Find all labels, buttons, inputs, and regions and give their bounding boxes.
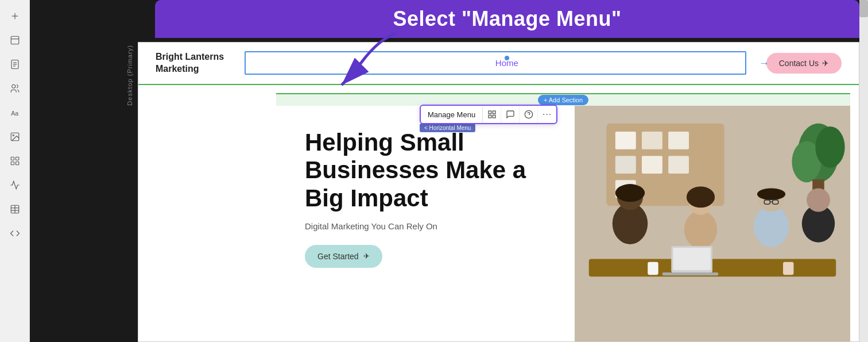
more-options-btn[interactable]: ···: [538, 106, 556, 123]
add-section-button[interactable]: + Add Section: [538, 95, 588, 105]
svg-rect-57: [648, 262, 658, 275]
grid-icon-btn[interactable]: [483, 106, 501, 123]
image-icon[interactable]: [5, 126, 25, 147]
svg-rect-30: [642, 132, 662, 149]
svg-rect-29: [615, 132, 636, 149]
hero-image: [575, 106, 850, 341]
arrow-icon: ✈: [363, 252, 370, 260]
svg-rect-32: [615, 156, 636, 174]
nav-arrow-right-icon: →: [759, 57, 769, 69]
apps-icon[interactable]: [5, 151, 25, 171]
svg-rect-12: [11, 157, 14, 160]
users-icon[interactable]: [5, 78, 25, 99]
svg-point-8: [11, 84, 15, 88]
svg-rect-34: [668, 156, 689, 174]
svg-rect-23: [493, 115, 495, 118]
marketing-icon[interactable]: [5, 175, 25, 195]
svg-point-43: [684, 210, 717, 248]
table-icon[interactable]: [5, 199, 25, 220]
svg-rect-55: [673, 248, 711, 270]
layers-icon[interactable]: [5, 30, 25, 51]
hero-left: Helping Small Businesses Make a Big Impa…: [276, 106, 575, 341]
code-icon[interactable]: [5, 223, 25, 244]
font-icon[interactable]: Aa: [5, 102, 25, 123]
hero-subtitle: Digital Marketing You Can Rely On: [305, 221, 557, 231]
banner-title: Select "Manage Menu": [166, 7, 848, 31]
svg-rect-15: [16, 162, 18, 165]
svg-point-53: [807, 189, 830, 212]
horizontal-menu-label: < Horizontal Menu: [420, 124, 475, 132]
svg-rect-56: [662, 272, 718, 275]
svg-rect-21: [493, 111, 495, 114]
hero-section: Helping Small Businesses Make a Big Impa…: [276, 106, 850, 341]
website-frame: Bright Lanterns Marketing Home → Contact…: [138, 42, 859, 342]
scrollbar-thumb[interactable]: [859, 0, 868, 17]
svg-point-42: [615, 184, 645, 202]
site-logo: Bright Lanterns Marketing: [156, 51, 247, 75]
svg-point-11: [13, 135, 14, 136]
send-icon: ✈: [822, 59, 829, 68]
nav-dot: [505, 56, 509, 60]
page-icon[interactable]: [5, 54, 25, 75]
svg-rect-2: [11, 36, 19, 44]
svg-rect-31: [668, 132, 689, 149]
svg-rect-33: [642, 156, 662, 174]
contact-btn-label: Contact Us: [779, 59, 819, 68]
left-sidebar: Aa: [0, 0, 30, 342]
get-started-button[interactable]: Get Started ✈: [305, 245, 382, 268]
toolbar-popup: Manage Menu ···: [420, 105, 557, 124]
desktop-label: Desktop (Primary): [126, 45, 133, 106]
svg-rect-20: [489, 111, 491, 114]
svg-point-46: [754, 206, 789, 247]
add-section-bar: + Add Section: [276, 93, 850, 106]
help-icon-btn[interactable]: [520, 106, 538, 123]
nav-area: Home →: [247, 58, 766, 68]
svg-rect-13: [16, 157, 18, 160]
comment-icon-btn[interactable]: [501, 106, 520, 123]
svg-rect-22: [489, 115, 491, 118]
contact-us-button[interactable]: Contact Us ✈: [766, 53, 842, 74]
get-started-label: Get Started: [317, 252, 359, 261]
svg-rect-58: [783, 262, 793, 275]
website-header: Bright Lanterns Marketing Home → Contact…: [138, 43, 859, 85]
svg-point-38: [815, 126, 844, 168]
right-scrollbar[interactable]: ▲: [859, 0, 868, 342]
add-icon[interactable]: [5, 6, 25, 26]
svg-point-48: [757, 189, 785, 201]
hero-title: Helping Small Businesses Make a Big Impa…: [305, 129, 557, 212]
instruction-banner: Select "Manage Menu": [155, 0, 859, 38]
svg-text:Aa: Aa: [11, 110, 18, 117]
svg-point-45: [687, 186, 715, 207]
svg-rect-14: [11, 162, 14, 165]
manage-menu-button[interactable]: Manage Menu: [421, 107, 483, 122]
